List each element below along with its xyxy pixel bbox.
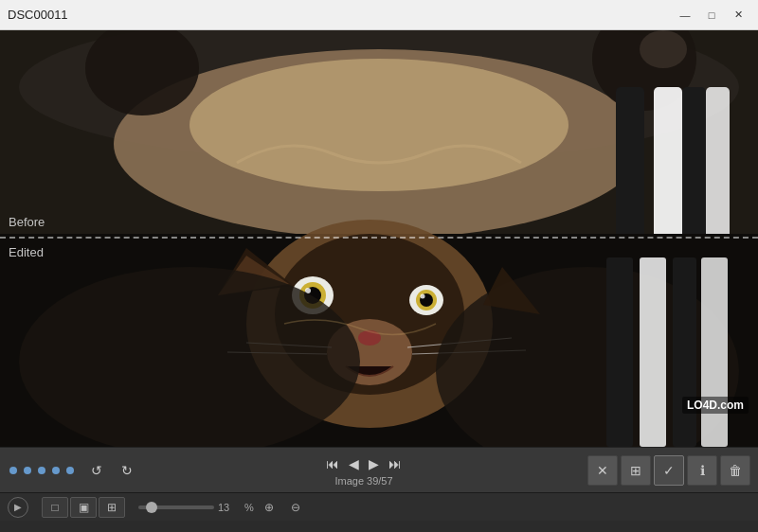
minimize-button[interactable]: — (673, 6, 697, 25)
check-button[interactable]: ✓ (654, 455, 684, 486)
view-buttons: □ ▣ ⊞ (42, 497, 125, 518)
title-bar: DSC00011 — □ ✕ (0, 0, 758, 30)
nav-dot-2 (24, 467, 31, 474)
image-counter: Image 39/57 (334, 475, 392, 487)
nav-dot-1 (9, 467, 17, 474)
nav-prev-button[interactable]: ◀ (345, 454, 363, 473)
nav-dot-4 (52, 467, 60, 474)
svg-point-7 (640, 30, 687, 68)
svg-rect-32 (606, 257, 633, 447)
svg-rect-9 (654, 87, 682, 257)
redo-button[interactable]: ↻ (114, 457, 140, 484)
nav-buttons: ⏮ ◀ ▶ ⏭ (322, 454, 406, 473)
svg-rect-33 (640, 257, 666, 447)
watermark: LO4D.com (682, 397, 749, 414)
compare-button[interactable]: ⊞ (621, 455, 651, 486)
svg-rect-11 (706, 87, 730, 257)
image-area: Before Edited LO4D.com (0, 30, 758, 447)
info-button[interactable]: ℹ (687, 455, 717, 486)
zoom-unit: % (244, 502, 254, 513)
svg-rect-8 (616, 87, 644, 257)
nav-first-button[interactable]: ⏮ (322, 454, 343, 473)
undo-button[interactable]: ↺ (83, 457, 110, 484)
svg-rect-10 (682, 87, 706, 257)
window-controls: — □ ✕ (673, 6, 750, 25)
view-dual-button[interactable]: ▣ (70, 497, 97, 518)
svg-rect-35 (701, 257, 728, 447)
cat-image-svg (0, 30, 758, 447)
play-button[interactable]: ▶ (8, 497, 28, 518)
svg-point-4 (190, 59, 568, 191)
nav-dot-3 (38, 467, 45, 474)
zoom-out-button[interactable]: ⊖ (284, 497, 307, 518)
zoom-slider[interactable] (138, 505, 214, 509)
close-button[interactable]: ✕ (726, 6, 750, 25)
maximize-button[interactable]: □ (699, 6, 724, 25)
nav-section: ⏮ ◀ ▶ ⏭ Image 39/57 (144, 454, 584, 487)
status-bar: ▶ □ ▣ ⊞ 13 % ⊕ ⊖ (0, 492, 758, 521)
nav-last-button[interactable]: ⏭ (385, 454, 406, 473)
zoom-value: 13 (218, 502, 241, 513)
view-single-button[interactable]: □ (42, 497, 68, 518)
svg-point-23 (421, 294, 425, 299)
svg-rect-34 (673, 257, 696, 447)
before-label: Before (9, 215, 45, 229)
zoom-in-button[interactable]: ⊕ (258, 497, 280, 518)
zoom-section: 13 % ⊕ ⊖ (138, 497, 750, 518)
window-title: DSC00011 (8, 8, 68, 22)
nav-next-button[interactable]: ▶ (365, 454, 383, 473)
cross-button[interactable]: ✕ (587, 455, 618, 486)
nav-dots (8, 467, 76, 474)
nav-dot-5 (66, 467, 74, 474)
view-grid-button[interactable]: ⊞ (99, 497, 125, 518)
divider-line (0, 237, 758, 239)
zoom-slider-container: 13 % (138, 502, 254, 513)
delete-button[interactable]: 🗑 (720, 455, 750, 486)
bottom-toolbar: ↺ ↻ ⏮ ◀ ▶ ⏭ Image 39/57 ✕ ⊞ ✓ ℹ 🗑 (0, 447, 758, 492)
action-buttons: ✕ ⊞ ✓ ℹ 🗑 (587, 455, 750, 486)
edited-label: Edited (9, 245, 44, 259)
